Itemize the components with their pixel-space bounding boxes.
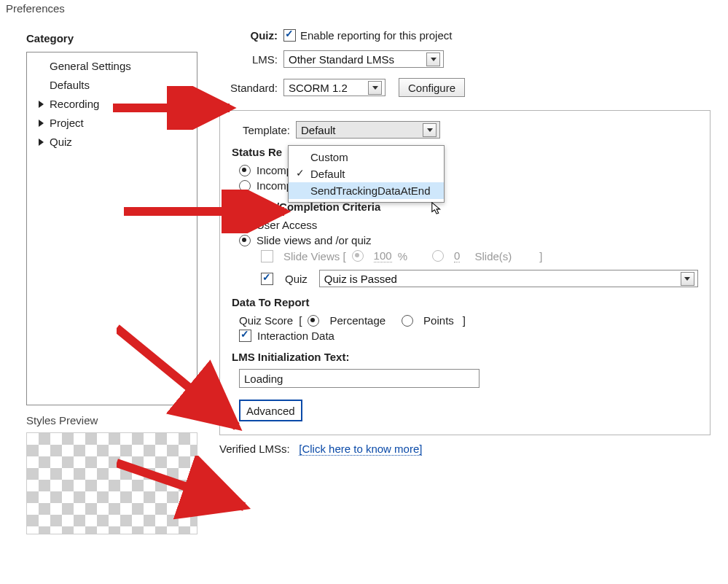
quiz-criteria-checkbox[interactable] <box>261 273 273 285</box>
slide-views-label: Slide Views [ <box>283 250 346 262</box>
template-dropdown[interactable]: Custom Default SendTrackingDataAtEnd <box>288 145 445 203</box>
annotation-arrow-icon <box>117 456 262 521</box>
svg-line-2 <box>117 328 237 427</box>
lms-label: LMS: <box>219 53 278 66</box>
category-item-quiz[interactable]: Quiz <box>30 133 194 152</box>
svg-line-3 <box>117 463 244 507</box>
quiz-criteria-select[interactable]: Quiz is Passed <box>319 270 698 287</box>
slide-views-row: Slide Views [ 100% 0 Slide(s) ] <box>261 249 698 262</box>
enable-reporting-label: Enable reporting for this project <box>300 29 452 42</box>
lms-init-heading: LMS Initialization Text: <box>232 351 698 363</box>
radio-icon[interactable] <box>432 250 444 262</box>
interaction-data-row: Interaction Data <box>239 330 698 342</box>
success-user-access[interactable]: User Access <box>239 219 698 231</box>
expand-icon <box>39 101 44 108</box>
lms-init-input[interactable]: Loading <box>239 369 480 388</box>
chevron-down-icon <box>423 123 437 137</box>
interaction-data-label: Interaction Data <box>257 330 334 342</box>
lms-select[interactable]: Other Standard LMSs <box>283 50 444 68</box>
percentage-radio[interactable] <box>308 315 319 327</box>
annotation-arrow-icon <box>117 321 255 445</box>
template-option-default[interactable]: Default <box>289 166 444 182</box>
data-report-heading: Data To Report <box>232 296 698 308</box>
annotation-arrow-icon <box>113 86 244 130</box>
chevron-down-icon <box>426 52 440 66</box>
template-option-custom[interactable]: Custom <box>289 149 444 166</box>
standard-select[interactable]: SCORM 1.2 <box>283 79 385 96</box>
expand-icon <box>39 120 44 127</box>
expand-icon <box>39 139 44 146</box>
points-radio[interactable] <box>402 315 413 327</box>
success-slide-quiz[interactable]: Slide views and /or quiz <box>239 234 698 246</box>
window-title: Preferences <box>0 0 728 19</box>
quiz-label: Quiz: <box>219 29 278 42</box>
configure-button[interactable]: Configure <box>399 78 465 97</box>
radio-icon <box>239 165 251 176</box>
quiz-reporting-panel: Quiz: Enable reporting for this project … <box>219 29 711 455</box>
annotation-arrow-icon <box>124 190 299 233</box>
radio-icon[interactable] <box>352 250 364 262</box>
preferences-window: Preferences Category General Settings De… <box>0 0 728 584</box>
enable-reporting-checkbox[interactable] <box>283 29 296 42</box>
verified-lms-link[interactable]: [Click here to know more] <box>299 443 422 456</box>
chevron-down-icon <box>368 81 382 95</box>
slide-views-checkbox[interactable] <box>261 250 273 262</box>
slide-views-pct-value[interactable]: 100 <box>374 249 392 262</box>
slide-count-value[interactable]: 0 <box>454 249 460 262</box>
quiz-criteria-label: Quiz <box>285 273 308 285</box>
category-heading: Category <box>26 32 197 44</box>
template-option-sendtrackingdataatend[interactable]: SendTrackingDataAtEnd <box>289 182 444 199</box>
radio-icon <box>239 235 251 246</box>
template-select[interactable]: Default <box>296 121 440 139</box>
category-item-general-settings[interactable]: General Settings <box>30 57 194 76</box>
quiz-criteria-row: Quiz Quiz is Passed <box>261 270 698 287</box>
chevron-down-icon <box>681 272 694 286</box>
